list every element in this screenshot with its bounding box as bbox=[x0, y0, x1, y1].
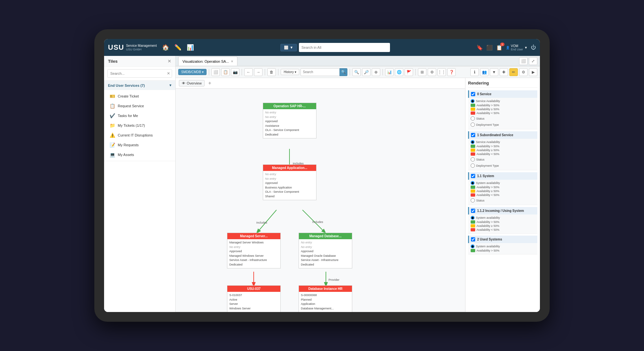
tb-cols-icon[interactable]: ⋮⋮ bbox=[437, 68, 446, 76]
bookmark-icon[interactable]: 🔖 bbox=[476, 45, 483, 51]
top-right-icons: 🔖 ⬛ 📋 1 👤 VOM End User ▼ ⏻ bbox=[476, 44, 536, 51]
radio-status-label-11: Status bbox=[476, 199, 485, 202]
toolbar: SMDB/CMDB ▾ ⬜ 📋 📷 ← → 🗑 History ▾ bbox=[176, 66, 540, 78]
notification-icon[interactable]: 📋 1 bbox=[496, 45, 503, 51]
home-icon[interactable]: 🏠 bbox=[162, 44, 169, 51]
svg-line-4 bbox=[302, 210, 325, 233]
tb-info-icon[interactable]: ℹ bbox=[470, 68, 479, 76]
tb-next-icon[interactable]: ▶ bbox=[529, 68, 537, 76]
expand-icon[interactable]: ⤢ bbox=[529, 57, 537, 65]
node-db-instance-hr[interactable]: Database Instance HR S-00000068 Planned … bbox=[299, 285, 352, 312]
user-info[interactable]: 👤 VOM End User ▼ bbox=[506, 44, 528, 51]
sidebar-item-tasks-for-me[interactable]: ✔️ Tasks for Me bbox=[104, 111, 175, 121]
render-1-1-2-checkbox[interactable] bbox=[471, 209, 475, 213]
avail-row-red-1: Availability < 50% bbox=[471, 152, 535, 156]
toolbar-sep-3 bbox=[265, 69, 265, 75]
sidebar-item-create-ticket[interactable]: 🎫 Create Ticket bbox=[104, 91, 175, 101]
svg-line-2 bbox=[257, 210, 276, 233]
tb-forward-icon[interactable]: → bbox=[254, 68, 262, 76]
overview-tab[interactable]: 👁 Overview bbox=[179, 80, 205, 86]
sidebar-close-button[interactable]: ✕ bbox=[168, 58, 171, 64]
tb-zoom-out-icon[interactable]: 🔎 bbox=[362, 68, 370, 76]
render-0-service-label: 0 Service bbox=[477, 92, 491, 96]
edit-icon[interactable]: ✏️ bbox=[174, 44, 181, 51]
render-section-1-1-2: 1.1.2 Incoming / Using System ● System a… bbox=[468, 207, 537, 234]
tb-help-icon[interactable]: ❓ bbox=[447, 68, 456, 76]
radio-deploy-input-0[interactable] bbox=[471, 123, 475, 127]
tab-visualization[interactable]: Visualization: Operation SA... × bbox=[178, 57, 237, 66]
search-type-button[interactable]: ⬜ ▼ bbox=[280, 44, 297, 51]
nav-icons: 🏠 ✏️ 📊 bbox=[162, 44, 194, 51]
sidebar-item-my-tickets[interactable]: 📁 My Tickets (1/17) bbox=[104, 121, 175, 130]
avail-yellow-text-112: Availability ≥ 50% bbox=[476, 224, 499, 228]
node-usu-037[interactable]: USU-037 S-010037 Active Server Windows S… bbox=[227, 285, 281, 312]
sidebar-search-input[interactable] bbox=[107, 69, 172, 78]
node-managed-db-header: Managed Database... bbox=[299, 233, 352, 239]
toolbar-search-button[interactable]: 🔍 bbox=[340, 68, 347, 76]
user-avatar: 👤 bbox=[506, 46, 510, 49]
chart-icon[interactable]: 📊 bbox=[187, 44, 194, 51]
overview-label: Overview bbox=[187, 81, 202, 85]
add-tab-button[interactable]: + bbox=[207, 80, 213, 86]
node-managed-db[interactable]: Managed Database... No entry No entry Ap… bbox=[299, 233, 352, 268]
radio-deploy-input-1[interactable] bbox=[471, 163, 475, 168]
tb-copy-icon[interactable]: 📋 bbox=[221, 68, 230, 76]
render-1-sub-header: 1 Subordinated Service bbox=[468, 131, 537, 139]
tb-globe-icon[interactable]: 🌐 bbox=[395, 68, 403, 76]
radio-status-input-0[interactable] bbox=[471, 116, 475, 121]
tb-back-icon[interactable]: ← bbox=[244, 68, 253, 76]
radio-deploy-0: Deployment Type bbox=[471, 122, 535, 128]
search-type-icon: ⬜ bbox=[284, 46, 288, 50]
user-dropdown-icon[interactable]: ▼ bbox=[524, 46, 528, 49]
sidebar-search-clear[interactable]: ✕ bbox=[167, 71, 170, 76]
sidebar-item-disruptions[interactable]: ⚠️ Current IT Disruptions bbox=[104, 130, 175, 140]
tab-close-button[interactable]: × bbox=[231, 59, 233, 64]
node-managed-app[interactable]: Managed Application... No entry No entry… bbox=[263, 164, 316, 200]
request-service-icon: 📋 bbox=[109, 103, 115, 109]
radio-status-input-11[interactable] bbox=[471, 198, 475, 202]
tb-delete-icon[interactable]: 🗑 bbox=[267, 68, 276, 76]
diagram-area: Includes Includes Includes bbox=[176, 94, 465, 312]
logout-icon[interactable]: ⏻ bbox=[531, 45, 536, 50]
window-icon[interactable]: ⬜ bbox=[519, 57, 528, 65]
disruptions-icon: ⚠️ bbox=[109, 132, 115, 138]
tb-flag-icon[interactable]: 🚩 bbox=[405, 68, 413, 76]
sidebar-section-header[interactable]: End User Services (7) ▾ bbox=[104, 81, 175, 90]
sidebar-items: 🎫 Create Ticket 📋 Request Service ✔️ Tas… bbox=[104, 90, 175, 161]
search-input-main[interactable] bbox=[299, 43, 390, 52]
avail-green-text-11: Availability > 50% bbox=[476, 186, 500, 189]
render-0-service-checkbox[interactable] bbox=[471, 92, 475, 96]
tb-chart-icon[interactable]: 📊 bbox=[385, 68, 394, 76]
avail-box-red-112 bbox=[471, 228, 475, 231]
tb-zoom-fit-icon[interactable]: ⊕ bbox=[372, 68, 380, 76]
tb-window-icon[interactable]: ⬜ bbox=[211, 68, 220, 76]
render-2-used-checkbox[interactable] bbox=[471, 237, 475, 241]
grid-icon[interactable]: ⬛ bbox=[486, 45, 493, 51]
tb-users-icon[interactable]: 👥 bbox=[480, 68, 489, 76]
sidebar-item-my-requests[interactable]: 📝 My Requests bbox=[104, 140, 175, 150]
main-content: Tiles ✕ ✕ End User Services (7) ▾ 🎫 bbox=[104, 56, 540, 312]
render-1-sub-label: 1 Subordinated Service bbox=[477, 133, 513, 137]
render-1-sub-checkbox[interactable] bbox=[471, 133, 475, 137]
node-managed-server[interactable]: Managed Server... Managed Server Windows… bbox=[227, 233, 281, 268]
sidebar-item-my-assets[interactable]: 💻 My Assets bbox=[104, 150, 175, 160]
tb-zoom-in-icon[interactable]: 🔍 bbox=[352, 68, 361, 76]
tb-camera-icon[interactable]: 📷 bbox=[231, 68, 239, 76]
smdb-cmdb-button[interactable]: SMDB/CMDB ▾ bbox=[178, 69, 207, 75]
render-1-1-checkbox[interactable] bbox=[471, 174, 475, 178]
render-1-1-header: 1.1 System bbox=[468, 172, 537, 180]
node-managed-app-header: Managed Application... bbox=[263, 165, 316, 171]
tasks-icon: ✔️ bbox=[109, 113, 115, 119]
tb-settings-icon[interactable]: ⚙ bbox=[428, 68, 436, 76]
tb-edit-icon[interactable]: ✏ bbox=[509, 68, 518, 76]
sidebar-item-request-service[interactable]: 📋 Request Service bbox=[104, 101, 175, 111]
history-button[interactable]: History ▾ bbox=[281, 69, 299, 75]
node-op-sap-hr[interactable]: Operation SAP HR-... No entry No entry A… bbox=[263, 103, 316, 138]
radio-status-input-1[interactable] bbox=[471, 157, 475, 162]
node-managed-server-header: Managed Server... bbox=[227, 233, 280, 239]
tb-filter-icon[interactable]: ▼ bbox=[490, 68, 498, 76]
tb-grid-icon[interactable]: ⊞ bbox=[418, 68, 426, 76]
toolbar-search-input[interactable] bbox=[301, 68, 340, 76]
tb-gear-icon[interactable]: ⚙ bbox=[519, 68, 528, 76]
tb-add-icon[interactable]: ✚ bbox=[500, 68, 508, 76]
